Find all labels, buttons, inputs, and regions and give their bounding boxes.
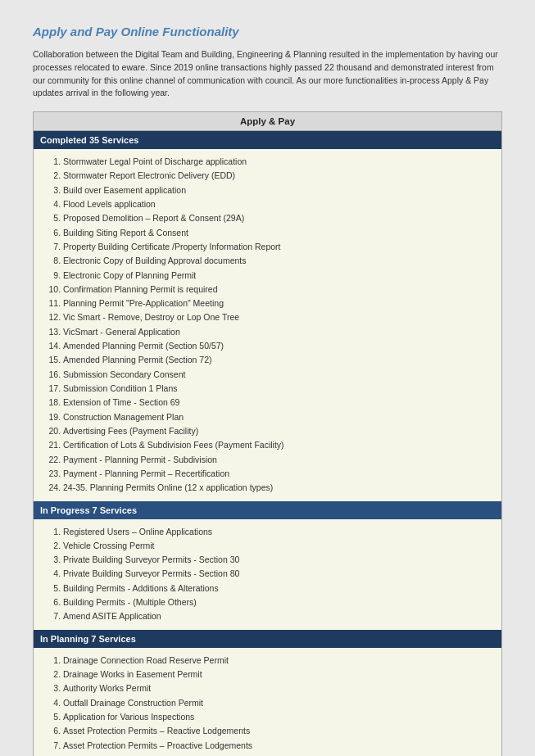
list-item: Amended Planning Permit (Section 50/57) bbox=[63, 339, 495, 353]
list-item: Stormwater Report Electronic Delivery (E… bbox=[63, 169, 495, 183]
list-item: Certification of Lots & Subdivision Fees… bbox=[63, 438, 495, 452]
apply-pay-table: Apply & Pay Completed 35 ServicesStormwa… bbox=[33, 111, 502, 756]
page-title: Apply and Pay Online Functionality bbox=[33, 25, 239, 38]
list-item: Vic Smart - Remove, Destroy or Lop One T… bbox=[63, 310, 495, 324]
list-item: Electronic Copy of Planning Permit bbox=[63, 269, 495, 283]
list-item: Submission Secondary Consent bbox=[63, 368, 495, 382]
list-item: 24-35. Planning Permits Online (12 x app… bbox=[63, 481, 495, 495]
list-item: Build over Easement application bbox=[63, 183, 495, 197]
section-header-inprogress: In Progress 7 Services bbox=[34, 501, 502, 519]
list-item: Payment - Planning Permit - Subdivision bbox=[63, 453, 495, 467]
list-item: Amend ASITE Application bbox=[63, 609, 495, 623]
section-items-inprogress: Registered Users – Online ApplicationsVe… bbox=[34, 519, 502, 630]
list-item: Building Siting Report & Consent bbox=[63, 226, 495, 240]
list-item: Authority Works Permit bbox=[63, 681, 495, 695]
list-item: Building Permits - (Multiple Others) bbox=[63, 595, 495, 609]
list-item: Stormwater Legal Point of Discharge appl… bbox=[63, 155, 495, 169]
section-header-completed: Completed 35 Services bbox=[34, 131, 502, 150]
list-item: Amended Planning Permit (Section 72) bbox=[63, 353, 495, 367]
section-items-completed: Stormwater Legal Point of Discharge appl… bbox=[34, 149, 502, 501]
section-header-inplanning: In Planning 7 Services bbox=[34, 630, 502, 648]
list-item: Private Building Surveyor Permits - Sect… bbox=[63, 553, 495, 567]
list-item: Proposed Demolition – Report & Consent (… bbox=[63, 211, 495, 225]
list-item: Payment - Planning Permit – Recertificat… bbox=[63, 467, 495, 481]
list-item: Asset Protection Permits – Proactive Lod… bbox=[63, 739, 495, 753]
list-item: Asset Protection Permits – Reactive Lodg… bbox=[63, 724, 495, 738]
intro-text: Collaboration between the Digital Team a… bbox=[33, 48, 502, 100]
list-item: Building Permits - Additions & Alteratio… bbox=[63, 582, 495, 595]
list-item: Drainage Connection Road Reserve Permit bbox=[63, 654, 495, 668]
list-item: Advertising Fees (Payment Facility) bbox=[63, 424, 495, 438]
list-item: Confirmation Planning Permit is required bbox=[63, 283, 495, 297]
list-item: Extension of Time - Section 69 bbox=[63, 396, 495, 410]
list-item: Registered Users – Online Applications bbox=[63, 525, 495, 539]
list-item: Outfall Drainage Construction Permit bbox=[63, 696, 495, 710]
section-items-inplanning: Drainage Connection Road Reserve PermitD… bbox=[34, 648, 502, 756]
table-header: Apply & Pay bbox=[34, 112, 502, 131]
list-item: Construction Management Plan bbox=[63, 410, 495, 424]
list-item: Submission Condition 1 Plans bbox=[63, 382, 495, 396]
list-item: Application for Various Inspections bbox=[63, 710, 495, 724]
list-item: Planning Permit "Pre-Application" Meetin… bbox=[63, 297, 495, 310]
list-item: Flood Levels application bbox=[63, 197, 495, 211]
list-item: Drainage Works in Easement Permit bbox=[63, 668, 495, 681]
list-item: Electronic Copy of Building Approval doc… bbox=[63, 254, 495, 268]
list-item: Property Building Certificate /Property … bbox=[63, 240, 495, 254]
list-item: VicSmart - General Application bbox=[63, 325, 495, 339]
list-item: Vehicle Crossing Permit bbox=[63, 539, 495, 553]
list-item: Private Building Surveyor Permits - Sect… bbox=[63, 567, 495, 581]
